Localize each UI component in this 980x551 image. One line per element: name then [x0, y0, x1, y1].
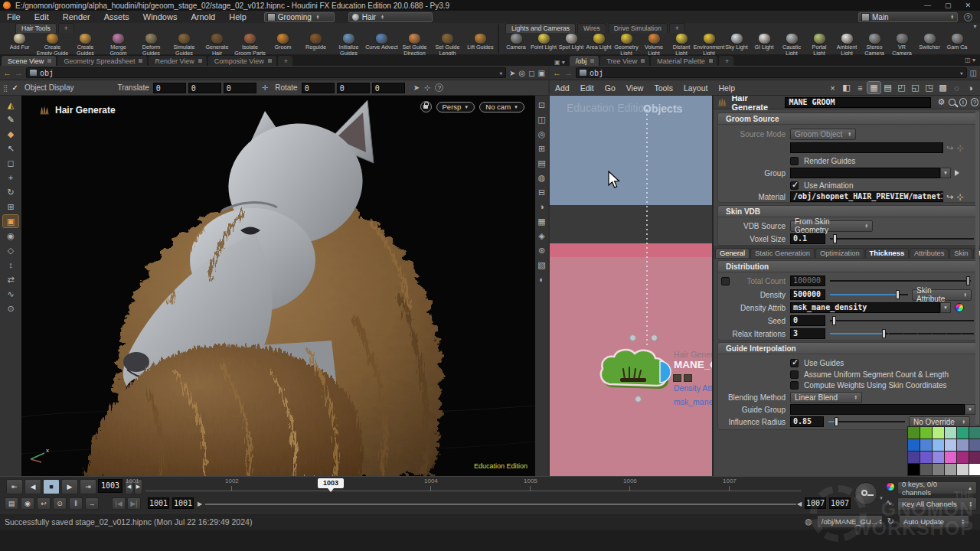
mirror-tool-icon[interactable]: ⇄: [3, 273, 18, 285]
shelf-tab-[interactable]: +: [669, 23, 685, 33]
box-select-icon[interactable]: ◻: [3, 157, 18, 169]
attrib-menu-icon[interactable]: ▼: [940, 302, 951, 313]
timeline-ruler[interactable]: [145, 491, 801, 491]
sticky-note-icon[interactable]: ◱: [909, 82, 922, 93]
shelf-tool-camera[interactable]: Camera: [502, 33, 530, 51]
display-grid-icon[interactable]: ▤: [536, 157, 547, 169]
close-icon[interactable]: [709, 59, 713, 63]
influence-radius-field[interactable]: 0.85: [790, 416, 824, 427]
measure-tool-icon[interactable]: ↕: [3, 259, 18, 271]
display-fog-icon[interactable]: ◈: [536, 230, 547, 242]
close-icon[interactable]: [268, 59, 272, 63]
display-points-icon[interactable]: ◎: [536, 128, 547, 140]
shelf-tool-generate-hair[interactable]: Generate Hair: [201, 33, 234, 55]
network-menu-go[interactable]: Go: [599, 83, 621, 93]
node-input-dot[interactable]: [651, 334, 658, 341]
range-limit-left-icon[interactable]: |◀: [112, 497, 126, 510]
color-swatch[interactable]: [957, 427, 969, 439]
node-input-dot[interactable]: [629, 334, 636, 341]
object-display-label[interactable]: Object Display: [24, 83, 74, 92]
influence-radius-slider[interactable]: [828, 416, 905, 427]
menu-render[interactable]: Render: [56, 12, 97, 21]
color-swatch[interactable]: [908, 464, 920, 475]
relax-iterations-field[interactable]: 3: [790, 328, 825, 339]
pane-tab-[interactable]: +: [719, 56, 733, 66]
range-bar[interactable]: [205, 504, 796, 505]
key-options-icon[interactable]: ▼: [879, 496, 884, 500]
compute-weights-checkbox[interactable]: [790, 381, 799, 390]
shelf-tool-volume-light[interactable]: Volume Light: [640, 33, 668, 55]
group-menu-icon[interactable]: ▼: [940, 168, 951, 178]
pose-tool-icon[interactable]: ◉: [3, 230, 18, 242]
close-icon[interactable]: [641, 59, 645, 63]
color-swatch[interactable]: [969, 452, 980, 463]
network-menu-tools[interactable]: Tools: [648, 83, 678, 93]
perspective-icon[interactable]: ▣: [538, 69, 545, 77]
shelf-tool-add-fur[interactable]: Add Fur: [3, 33, 36, 51]
shelf-set-selector[interactable]: Grooming ▲▼: [264, 12, 335, 22]
pane-menu-icon[interactable]: ▣ ▾: [551, 59, 568, 66]
color-swatch[interactable]: [908, 427, 920, 439]
display-shadows-icon[interactable]: ◑: [536, 201, 547, 213]
total-count-slider[interactable]: [830, 276, 971, 286]
comb-tool-icon[interactable]: ∿: [3, 288, 18, 300]
frame-increment-icon[interactable]: ‖: [69, 497, 83, 510]
object-display-check-icon[interactable]: ✓: [12, 83, 18, 92]
pane-tab-[interactable]: +: [278, 56, 292, 66]
screen-brush-icon[interactable]: ⊙: [3, 302, 18, 315]
go-to-start-button[interactable]: ⇤: [6, 479, 23, 494]
voxel-size-slider[interactable]: [830, 233, 974, 244]
display-cameras-icon[interactable]: ⊟: [536, 186, 547, 198]
blending-method-dropdown[interactable]: Linear Blend ▲▼: [790, 392, 862, 403]
shelf-tool-isolate-groom-parts[interactable]: Isolate Groom Parts: [234, 33, 266, 55]
color-swatch[interactable]: [945, 427, 956, 439]
range-start-marker[interactable]: ▶: [198, 500, 202, 507]
range-limit-right-icon[interactable]: ▶|: [127, 497, 141, 510]
tab-skin[interactable]: Skin: [949, 248, 972, 258]
find-node-icon[interactable]: ◌: [950, 82, 963, 93]
shelf-tool-environment-light[interactable]: Environment Light: [695, 33, 723, 55]
camera-button[interactable]: No cam▼: [479, 102, 524, 112]
search-icon[interactable]: [949, 99, 955, 106]
recook-icon[interactable]: ↻: [887, 517, 894, 527]
shelf-tab-[interactable]: +: [58, 23, 74, 33]
rotate-y-field[interactable]: 0: [337, 83, 370, 93]
shelf-tool-merge-groom-objects[interactable]: Merge Groom Objects: [102, 33, 135, 55]
toolbar-help-icon[interactable]: ?: [435, 83, 443, 92]
parameter-scrollbar[interactable]: [975, 111, 979, 425]
shelf-tool-reguide[interactable]: Reguide: [299, 33, 332, 51]
network-menu-help[interactable]: Help: [713, 83, 740, 93]
pane-tab-obj[interactable]: /obj: [570, 56, 599, 66]
shelf-tool-create-empty-guide-groom[interactable]: Create Empty Guide Groom: [36, 33, 69, 55]
menu-edit[interactable]: Edit: [28, 12, 56, 21]
shelf-tool-set-guide-direction[interactable]: Set Guide Direction: [398, 33, 431, 55]
close-button[interactable]: ✕: [965, 2, 971, 9]
density-attrib-field[interactable]: msk_mane_density: [790, 302, 940, 313]
shelf-tool-stereo-camera[interactable]: Stereo Camera: [861, 33, 888, 55]
color-swatch[interactable]: [908, 439, 920, 451]
translate-x-field[interactable]: 0: [153, 83, 186, 93]
display-handles-icon[interactable]: ▧: [536, 259, 547, 271]
groom-source-header[interactable]: Groom Source: [718, 113, 977, 125]
shelf-tool-deform-guides[interactable]: Deform Guides: [135, 33, 168, 55]
color-swatch[interactable]: [945, 464, 956, 475]
network-menu-layout[interactable]: Layout: [678, 83, 714, 93]
shelf-tool-vr-camera[interactable]: VR Camera: [888, 33, 916, 55]
pane-tab-tree-view[interactable]: Tree View: [600, 56, 649, 66]
image-view-icon[interactable]: ◰: [895, 82, 908, 93]
hierarchy-icon[interactable]: ◧: [840, 82, 853, 93]
audio-options-icon[interactable]: ◉: [21, 497, 34, 510]
update-mode-dropdown[interactable]: Auto Update▲▼: [899, 515, 969, 528]
color-swatch[interactable]: [969, 439, 980, 451]
view-tool-icon[interactable]: ◭: [3, 99, 18, 111]
forward-icon[interactable]: →: [15, 68, 23, 77]
shelf-tool-simulate-guides[interactable]: Simulate Guides: [168, 33, 201, 55]
total-count-field[interactable]: 100000: [790, 276, 825, 286]
tab-optimization[interactable]: Optimization: [815, 248, 864, 258]
toolbar-grip-icon[interactable]: ⣿: [3, 84, 9, 92]
use-guides-checkbox[interactable]: [790, 359, 799, 367]
color-swatch[interactable]: [908, 452, 920, 463]
play-reverse-button[interactable]: ◀: [24, 479, 41, 494]
hop-path-icon[interactable]: ↪: [946, 143, 953, 153]
display-shaded-icon[interactable]: ⊡: [536, 99, 547, 111]
